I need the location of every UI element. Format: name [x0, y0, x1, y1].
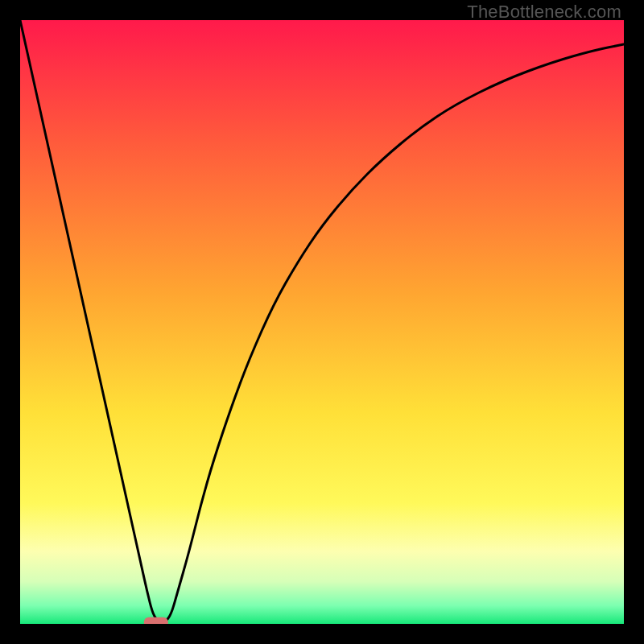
optimal-marker	[144, 617, 168, 624]
plot-area	[20, 20, 624, 624]
chart-svg	[20, 20, 624, 624]
gradient-background	[20, 20, 624, 624]
chart-frame: TheBottleneck.com	[0, 0, 644, 644]
